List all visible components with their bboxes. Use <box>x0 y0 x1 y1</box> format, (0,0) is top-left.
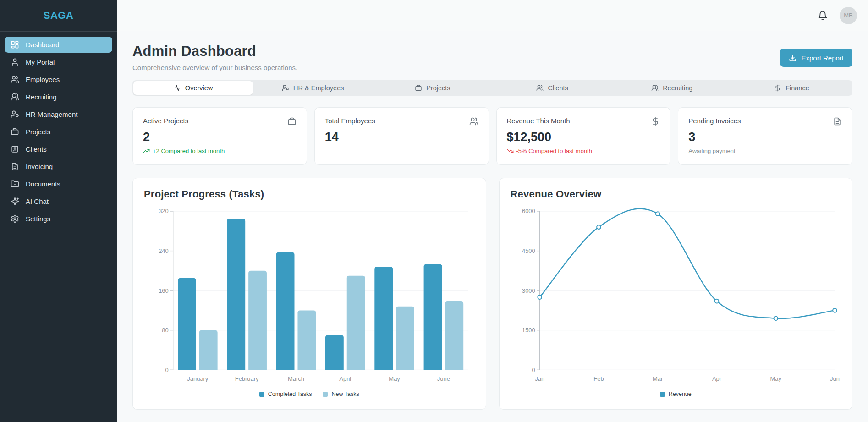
svg-text:0: 0 <box>532 367 535 373</box>
avatar[interactable]: MB <box>840 7 857 24</box>
sidebar-item-clients[interactable]: Clients <box>5 141 112 157</box>
topbar: MB <box>117 0 868 31</box>
bar-june-completed-tasks <box>424 264 442 370</box>
stat-delta-text: -5% Compared to last month <box>516 148 592 154</box>
tab-hr-employees[interactable]: HR & Employees <box>253 81 373 95</box>
svg-text:Jan: Jan <box>535 375 544 382</box>
id-card-icon <box>11 145 19 153</box>
sidebar-item-invoicing[interactable]: Invoicing <box>5 159 112 175</box>
stat-delta: -5% Compared to last month <box>507 148 660 154</box>
svg-text:May: May <box>770 375 781 382</box>
legend-label: New Tasks <box>331 391 359 397</box>
sidebar: SAGA DashboardMy PortalEmployeesRecruiti… <box>0 0 117 422</box>
sidebar-item-settings[interactable]: Settings <box>5 211 112 227</box>
user-round-icon <box>651 84 659 92</box>
page-header: Admin Dashboard Comprehensive overview o… <box>132 43 852 71</box>
sidebar-item-projects[interactable]: Projects <box>5 124 112 140</box>
app-root: SAGA DashboardMy PortalEmployeesRecruiti… <box>0 0 868 422</box>
sidebar-item-employees[interactable]: Employees <box>5 71 112 88</box>
user-round-icon <box>11 93 19 101</box>
sidebar-item-label: AI Chat <box>26 197 49 205</box>
bar-may-completed-tasks <box>374 267 393 370</box>
stat-card-top: Pending Invoices <box>688 117 842 126</box>
tab-label: Clients <box>548 84 568 92</box>
briefcase-icon <box>287 117 297 126</box>
sidebar-item-ai-chat[interactable]: AI Chat <box>5 193 112 209</box>
bar-march-completed-tasks <box>276 252 295 370</box>
stat-card-revenue-this-month: Revenue This Month$12,500-5% Compared to… <box>496 107 671 165</box>
svg-text:80: 80 <box>162 327 168 334</box>
sidebar-item-label: Invoicing <box>26 163 53 170</box>
tab-bar: OverviewHR & EmployeesProjectsClientsRec… <box>132 80 852 96</box>
legend-swatch <box>323 392 328 397</box>
folder-icon <box>11 180 19 188</box>
stat-card-top: Revenue This Month <box>507 117 660 126</box>
file-text-icon <box>833 117 842 126</box>
point-may-revenue <box>774 316 778 320</box>
point-jun-revenue <box>833 308 837 312</box>
notifications-button[interactable] <box>818 11 828 21</box>
tab-recruiting[interactable]: Recruiting <box>612 81 732 95</box>
svg-text:February: February <box>235 375 259 382</box>
dollar-icon <box>651 117 660 126</box>
sidebar-item-documents[interactable]: Documents <box>5 176 112 192</box>
stat-label: Pending Invoices <box>688 117 741 125</box>
svg-text:4500: 4500 <box>522 247 535 254</box>
bar-february-new-tasks <box>248 271 267 370</box>
stat-delta: +2 Compared to last month <box>143 148 297 154</box>
sidebar-item-label: My Portal <box>26 58 55 66</box>
tab-label: Finance <box>786 84 809 92</box>
bar-chart: 080160240320JanuaryFebruaryMarchAprilMay… <box>144 208 475 386</box>
legend-item-revenue[interactable]: Revenue <box>660 391 692 397</box>
chart-card-revenue-overview: Revenue Overview01500300045006000JanFebM… <box>499 178 853 410</box>
sidebar-item-dashboard[interactable]: Dashboard <box>5 37 112 53</box>
stat-card-pending-invoices: Pending Invoices3Awaiting payment <box>678 107 852 165</box>
users-icon <box>469 117 478 126</box>
stat-label: Revenue This Month <box>507 117 570 125</box>
page-subtitle: Comprehensive overview of your business … <box>132 64 297 71</box>
sidebar-item-my-portal[interactable]: My Portal <box>5 54 112 70</box>
svg-text:Mar: Mar <box>653 375 663 382</box>
tab-label: HR & Employees <box>293 84 344 92</box>
sidebar-item-label: Dashboard <box>26 41 59 49</box>
user-cog-icon <box>282 84 289 92</box>
tab-finance[interactable]: Finance <box>732 81 852 95</box>
point-jan-revenue <box>538 295 542 299</box>
stat-value: 14 <box>325 130 478 144</box>
legend-label: Revenue <box>669 391 692 397</box>
stat-delta-text: Awaiting payment <box>688 148 735 154</box>
legend-item-completed-tasks[interactable]: Completed Tasks <box>259 391 312 397</box>
export-report-label: Export Report <box>801 54 844 62</box>
chart-legend: Revenue <box>511 391 841 397</box>
tab-clients[interactable]: Clients <box>493 81 612 95</box>
svg-text:320: 320 <box>159 208 169 214</box>
svg-text:January: January <box>187 375 209 382</box>
export-report-button[interactable]: Export Report <box>780 49 852 67</box>
svg-text:June: June <box>437 375 450 382</box>
svg-text:0: 0 <box>165 367 169 373</box>
point-feb-revenue <box>597 225 601 229</box>
dollar-icon <box>774 84 781 92</box>
point-mar-revenue <box>655 212 659 216</box>
bar-january-completed-tasks <box>178 278 196 370</box>
point-apr-revenue <box>714 299 719 303</box>
stat-delta-text: +2 Compared to last month <box>153 148 225 154</box>
bell-icon <box>818 11 828 21</box>
app-logo: SAGA <box>0 0 117 31</box>
activity-icon <box>174 84 181 92</box>
legend-item-new-tasks[interactable]: New Tasks <box>323 391 359 397</box>
svg-text:1500: 1500 <box>522 327 535 334</box>
users-icon <box>11 75 19 84</box>
stat-value: $12,500 <box>507 130 660 144</box>
sidebar-nav: DashboardMy PortalEmployeesRecruitingHR … <box>0 32 117 232</box>
tab-overview[interactable]: Overview <box>133 81 253 95</box>
bar-january-new-tasks <box>199 330 218 370</box>
stat-value: 2 <box>143 130 297 144</box>
main-area: MB Admin Dashboard Comprehensive overvie… <box>117 0 868 422</box>
sidebar-item-hr-management[interactable]: HR Management <box>5 106 112 122</box>
tab-projects[interactable]: Projects <box>373 81 492 95</box>
stat-delta: Awaiting payment <box>688 148 842 154</box>
sidebar-item-recruiting[interactable]: Recruiting <box>5 89 112 105</box>
user-icon <box>11 58 19 66</box>
content: Admin Dashboard Comprehensive overview o… <box>117 31 868 422</box>
